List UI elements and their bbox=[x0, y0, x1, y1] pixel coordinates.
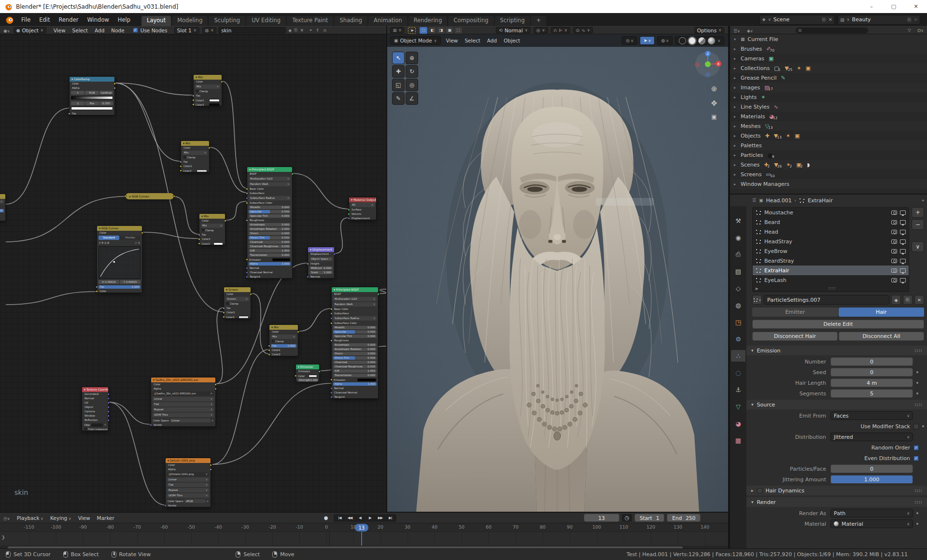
node-dropdown[interactable]: Multiscatter GGX∨ bbox=[249, 177, 291, 181]
workspace-tab-rendering[interactable]: Rendering bbox=[408, 16, 448, 26]
unlink-icon[interactable]: ✕ bbox=[205, 472, 208, 476]
active-tool-dropdown[interactable]: ⊞∨ bbox=[390, 27, 404, 33]
proportional-edit-dropdown[interactable]: ⊙∿∨ bbox=[573, 27, 593, 33]
input-socket[interactable] bbox=[330, 312, 333, 315]
outliner-row[interactable]: ▸Screens▭10 bbox=[730, 169, 927, 179]
outliner-row[interactable]: ▸Grease Pencil✎ bbox=[730, 73, 927, 83]
node-row-dd[interactable]: Mix∨ bbox=[181, 150, 209, 155]
input-socket[interactable] bbox=[246, 219, 248, 222]
parent-up-icon[interactable]: ↑ bbox=[316, 28, 320, 33]
node-row-imgfield[interactable]: ▨ Details-1001.png✕ bbox=[166, 472, 211, 477]
copy-icon[interactable]: ⎘ bbox=[903, 295, 913, 305]
render-visibility-icon[interactable] bbox=[891, 278, 897, 282]
topbar-menu-render[interactable]: Render bbox=[55, 15, 83, 25]
node-row-dd[interactable]: Mix∨ bbox=[194, 84, 222, 89]
outliner-row[interactable]: ▸Meshes▽13 bbox=[730, 121, 927, 131]
editor-type-icon[interactable]: ☰ bbox=[752, 198, 756, 203]
properties-tab-particles[interactable]: ∴ bbox=[731, 350, 745, 362]
input-socket[interactable] bbox=[192, 99, 195, 101]
node-slider[interactable]: Alpha1.000 bbox=[249, 262, 291, 266]
input-socket[interactable] bbox=[268, 349, 270, 351]
shader-menu-select[interactable]: Select bbox=[69, 28, 91, 33]
properties-tab-render[interactable]: ◉ bbox=[731, 232, 745, 243]
output-socket[interactable] bbox=[250, 293, 252, 295]
node-curves[interactable]: ▾ RGB CurvesColorStandardFilmlikeC R G B… bbox=[97, 225, 142, 293]
input-socket[interactable] bbox=[330, 387, 333, 390]
material-name-field[interactable]: skin bbox=[218, 27, 286, 33]
select-mode-intersect-button[interactable]: ⬚ bbox=[454, 27, 462, 34]
node-texture-coordinate[interactable]: ▾ Texture CoordinateGeneratedNormalUVObj… bbox=[82, 387, 109, 431]
property-field[interactable]: 0 bbox=[830, 368, 913, 377]
wireframe-shading-button[interactable] bbox=[679, 37, 686, 44]
node-dropdown[interactable]: Linear∨ bbox=[153, 397, 214, 401]
node-row-pair[interactable]: Color SpacesRGB∨ bbox=[166, 498, 211, 504]
filter-funnel-icon[interactable]: ▽ bbox=[908, 28, 911, 33]
node-row-ddin[interactable]: Subsurface Radius∨ bbox=[332, 316, 378, 321]
render-visibility-icon[interactable] bbox=[891, 239, 897, 244]
input-socket[interactable] bbox=[246, 202, 248, 204]
node-dropdown[interactable]: Mix∨ bbox=[195, 84, 220, 89]
overlays-dropdown[interactable]: ➤∨ bbox=[640, 36, 655, 45]
animate-dot-icon[interactable] bbox=[916, 523, 918, 525]
end-frame-field[interactable]: End250 bbox=[667, 514, 701, 522]
close-icon[interactable]: ✕ bbox=[914, 295, 924, 305]
output-socket[interactable] bbox=[107, 419, 110, 421]
node-value-field[interactable]: Transmission0.000 bbox=[333, 374, 377, 377]
properties-tab-material[interactable]: ◕ bbox=[731, 418, 745, 429]
timeline-ruler[interactable]: -110-100-90-80-70-60-50-40-30-20-1001020… bbox=[0, 523, 728, 532]
node-row-slider[interactable]: Fac1.000 bbox=[269, 344, 298, 348]
input-socket[interactable] bbox=[307, 276, 309, 278]
expand-icon[interactable]: ▸ bbox=[734, 85, 741, 90]
node-mix1[interactable]: ▾ MixColorMix∨ClampFacColor1Color2 bbox=[193, 74, 222, 106]
node-principled2[interactable]: ▾ Principled BSDFBSDFMultiscatter GGX∨Ra… bbox=[331, 287, 379, 399]
properties-tab-data[interactable]: ▽ bbox=[731, 401, 745, 412]
disconnect-hair-button[interactable]: Disconnect Hair bbox=[752, 332, 838, 341]
node-slider[interactable]: Sheen Tint0.500 bbox=[333, 356, 377, 360]
node-title[interactable]: ▾ Mix bbox=[194, 75, 222, 80]
node-dropdown[interactable]: Subsurface Radius∨ bbox=[333, 316, 377, 321]
node-row-dd[interactable]: Flat∨ bbox=[166, 482, 211, 488]
properties-tab-output[interactable]: ⎙ bbox=[731, 249, 745, 260]
node-row-dd[interactable]: Object Space∨ bbox=[308, 256, 334, 262]
particle-system-row[interactable]: Head bbox=[753, 227, 909, 237]
delete-edit-button[interactable]: Delete Edit bbox=[752, 320, 924, 329]
output-socket[interactable] bbox=[208, 147, 211, 149]
node-title[interactable]: ▾ Emission bbox=[296, 364, 319, 369]
auto-key-record-button[interactable]: ● bbox=[321, 514, 331, 522]
node-row-chk[interactable]: Clamp bbox=[194, 89, 222, 94]
copy-icon[interactable]: ⎘ bbox=[908, 17, 912, 23]
pivot-point-dropdown[interactable]: ◎∨ bbox=[534, 27, 548, 33]
node-image-texture-1[interactable]: ▾ Sadhu_Zbr_v021-DM1001.exrColorAlpha▨ S… bbox=[151, 377, 216, 427]
timeline-track[interactable]: ❯ bbox=[0, 532, 728, 546]
area-splitter[interactable] bbox=[386, 26, 387, 512]
node-row-val[interactable]: Specular Tint0.000 bbox=[332, 334, 378, 338]
outliner-row[interactable]: ▸Images▨17 bbox=[730, 83, 927, 92]
editor-type-icon[interactable]: ◉∨ bbox=[0, 28, 14, 33]
transform-orientation-dropdown[interactable]: ⟲Normal∨ bbox=[496, 27, 530, 33]
node-row-val[interactable]: Clearcoat0.000 bbox=[332, 360, 378, 364]
input-socket[interactable] bbox=[192, 103, 195, 106]
node-slider[interactable]: Fac1.000 bbox=[98, 285, 140, 289]
animate-dot-icon[interactable] bbox=[916, 382, 918, 384]
curve-tools-icons[interactable]: ⊙ ⊞ bbox=[135, 241, 140, 245]
node-row-val[interactable]: Anisotropic Rotation0.000 bbox=[247, 227, 292, 231]
input-socket[interactable] bbox=[348, 213, 350, 215]
node-slider[interactable]: Fac1.000 bbox=[0, 209, 4, 212]
tweak-tool-button[interactable]: ➤ bbox=[408, 27, 416, 34]
node-row-slider[interactable]: Sheen Tint0.500 bbox=[332, 356, 378, 360]
node-row-val[interactable]: Sheen0.000 bbox=[247, 231, 292, 236]
node-title[interactable]: ▾ Material Output bbox=[349, 197, 376, 202]
node-row-dd[interactable]: Linear∨ bbox=[166, 477, 211, 482]
node-dropdown[interactable]: UDIM Tiles∨ bbox=[167, 493, 209, 498]
node-row-val[interactable]: IOR1.450 bbox=[332, 369, 378, 373]
node-row-curve[interactable] bbox=[97, 246, 142, 280]
node-dropdown[interactable]: Mix∨ bbox=[0, 199, 4, 204]
play-reverse-button[interactable]: ◀ bbox=[355, 514, 365, 522]
particle-system-row[interactable]: HeadStray bbox=[753, 237, 909, 246]
slot-dropdown[interactable]: Slot 1∨ bbox=[174, 27, 199, 33]
node-color-swatch-row[interactable]: Color2 bbox=[199, 241, 225, 246]
node-color-swatch-row[interactable]: Color bbox=[296, 374, 319, 378]
outliner-row[interactable]: ▸Lights✶ bbox=[730, 92, 927, 102]
expand-icon[interactable]: ▸ bbox=[734, 124, 741, 128]
node-color-swatch-row[interactable]: Emission bbox=[332, 378, 378, 382]
